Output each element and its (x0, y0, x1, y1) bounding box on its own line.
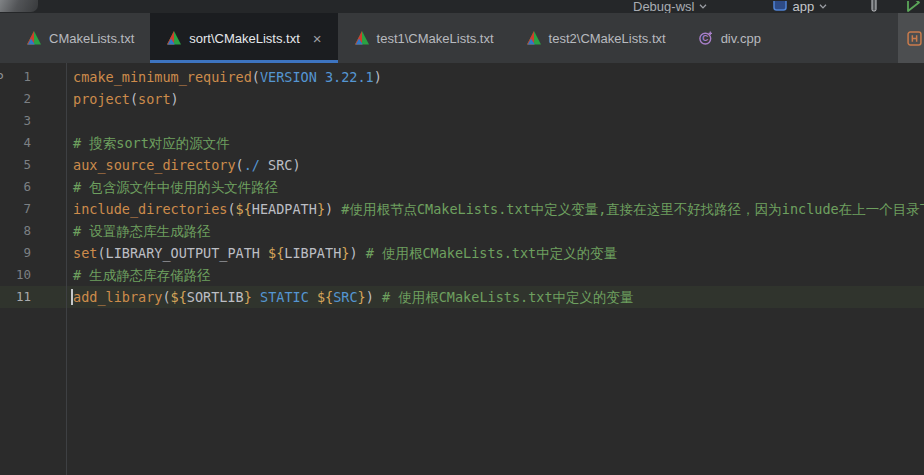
cmake-file-icon (526, 30, 542, 46)
line-number[interactable]: 1 (0, 66, 31, 88)
cpp-file-icon: C (698, 30, 714, 46)
line-number[interactable]: 5 (0, 154, 31, 176)
gutter-separator (66, 63, 67, 475)
code-line-text[interactable]: project(sort) (73, 88, 179, 110)
code-line-row: 2project(sort) (0, 88, 924, 110)
code-line-text[interactable]: set(LIBRARY_OUTPUT_PATH ${LIBPATH}) # 使用… (73, 242, 617, 264)
line-number[interactable]: 3 (0, 110, 31, 132)
code-line-row: 8# 设置静态库生成路径 (0, 220, 924, 242)
code-line-row: 5aux_source_directory(./ SRC) (0, 154, 924, 176)
build-hammer-icon[interactable] (869, 0, 879, 12)
cmake-file-icon (26, 30, 42, 46)
svg-text:C: C (702, 33, 708, 43)
line-number[interactable]: 9 (0, 242, 31, 264)
code-line-row: 10# 生成静态库存储路径 (0, 264, 924, 286)
line-number[interactable]: 2 (0, 88, 31, 110)
app-window-icon (773, 1, 787, 11)
tab-label: test2\CMakeLists.txt (549, 31, 666, 46)
code-line-row: 9set(LIBRARY_OUTPUT_PATH ${LIBPATH}) # 使… (0, 242, 924, 264)
line-number[interactable]: 10 (0, 264, 31, 286)
tab-label: CMakeLists.txt (49, 31, 134, 46)
text-caret (71, 289, 73, 305)
code-lines: 1cmake_minimum_required(VERSION 3.22.1)2… (0, 66, 924, 308)
tab-label: test1\CMakeLists.txt (377, 31, 494, 46)
code-line-row: 3 (0, 110, 924, 132)
run-config-label: Debug-wsl (633, 0, 694, 13)
line-number[interactable]: 4 (0, 132, 31, 154)
line-number[interactable]: 11 (0, 286, 31, 308)
code-line-text[interactable]: # 搜索sort对应的源文件 (73, 132, 230, 154)
code-line-text[interactable]: # 设置静态库生成路径 (73, 220, 211, 242)
tab-label: sort\CMakeLists.txt (189, 31, 300, 46)
code-line-text[interactable]: add_library(${SORTLIB} STATIC ${SRC}) # … (73, 286, 634, 308)
code-line-text[interactable]: include_directories(${HEADPATH}) #使用根节点C… (73, 198, 924, 220)
code-line-row: 1cmake_minimum_required(VERSION 3.22.1) (0, 66, 924, 88)
line-number[interactable]: 6 (0, 176, 31, 198)
run-button-icon[interactable] (906, 1, 921, 12)
cmake-file-icon (354, 30, 370, 46)
clipped-tool-window-letter: P (0, 70, 4, 85)
code-line-row: 4# 搜索sort对应的源文件 (0, 132, 924, 154)
code-line-row: 11add_library(${SORTLIB} STATIC ${SRC}) … (0, 286, 924, 308)
window-corner-highlight (0, 0, 38, 12)
editor-tab-bar: CMakeLists.txt sort\CMakeLists.txt× test… (0, 13, 924, 63)
main-toolbar: Debug-wsl app (0, 0, 924, 13)
tab-div-cpp[interactable]: C div.cpp (682, 13, 777, 63)
code-line-text[interactable]: cmake_minimum_required(VERSION 3.22.1) (73, 66, 382, 88)
tab-label: div.cpp (721, 31, 761, 46)
toolbar-run-widgets: Debug-wsl app (633, 0, 921, 13)
tab-cmakelists-txt[interactable]: CMakeLists.txt (10, 13, 150, 63)
cmake-file-icon (166, 30, 182, 46)
run-target-selector[interactable]: app (773, 0, 827, 13)
header-file-icon (907, 31, 922, 46)
chevron-down-icon (699, 4, 707, 9)
chevron-down-icon (819, 4, 827, 9)
line-number[interactable]: 7 (0, 198, 31, 220)
code-line-text[interactable]: aux_source_directory(./ SRC) (73, 154, 301, 176)
code-line-text[interactable]: # 生成静态库存储路径 (73, 264, 211, 286)
code-line-text[interactable]: # 包含源文件中使用的头文件路径 (73, 176, 278, 198)
code-line-row: 7include_directories(${HEADPATH}) #使用根节点… (0, 198, 924, 220)
tab-add-cpp[interactable] (898, 13, 924, 63)
tab-sort-cmakelists-txt[interactable]: sort\CMakeLists.txt× (150, 13, 337, 63)
code-line-row: 6# 包含源文件中使用的头文件路径 (0, 176, 924, 198)
code-editor[interactable]: P 1cmake_minimum_required(VERSION 3.22.1… (0, 63, 924, 475)
tab-close-icon[interactable]: × (313, 31, 322, 46)
tab-test2-cmakelists-txt[interactable]: test2\CMakeLists.txt (510, 13, 682, 63)
line-number[interactable]: 8 (0, 220, 31, 242)
tab-test1-cmakelists-txt[interactable]: test1\CMakeLists.txt (338, 13, 510, 63)
ide-window: Debug-wsl app CMakeLists.txt sort\CMakeL… (0, 0, 924, 475)
run-config-selector[interactable]: Debug-wsl (633, 0, 707, 13)
run-target-label: app (792, 0, 814, 13)
